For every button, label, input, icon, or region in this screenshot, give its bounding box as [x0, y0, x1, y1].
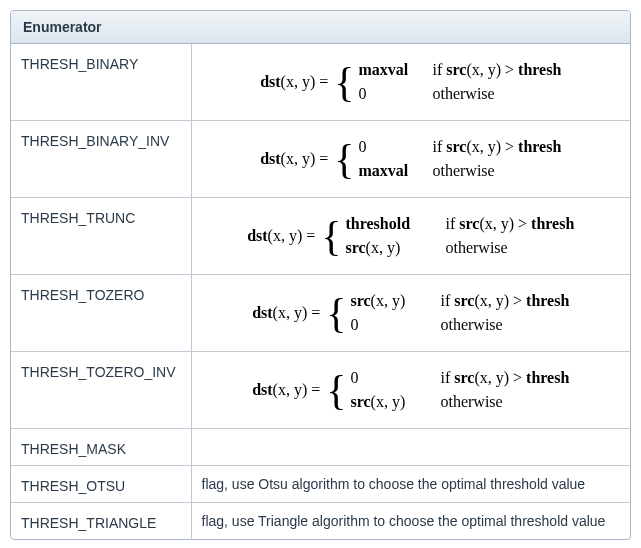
enum-description [191, 429, 630, 466]
enum-formula: dst(x, y) = { 0 if src(x, y) > thresh sr… [191, 352, 630, 429]
enum-formula: dst(x, y) = { threshold if src(x, y) > t… [191, 198, 630, 275]
enum-formula: dst(x, y) = { src(x, y) if src(x, y) > t… [191, 275, 630, 352]
table-row: THRESH_BINARY dst(x, y) = { maxval if sr… [11, 44, 630, 121]
enum-formula: dst(x, y) = { maxval if src(x, y) > thre… [191, 44, 630, 121]
table-row: THRESH_TOZERO dst(x, y) = { src(x, y) if… [11, 275, 630, 352]
enumerator-table: THRESH_BINARY dst(x, y) = { maxval if sr… [11, 44, 630, 539]
enum-name: THRESH_BINARY [11, 44, 191, 121]
enum-name: THRESH_TOZERO [11, 275, 191, 352]
enum-formula: dst(x, y) = { 0 if src(x, y) > thresh ma… [191, 121, 630, 198]
enum-name: THRESH_TRUNC [11, 198, 191, 275]
enum-name: THRESH_TOZERO_INV [11, 352, 191, 429]
enum-name: THRESH_BINARY_INV [11, 121, 191, 198]
table-row: THRESH_TRUNC dst(x, y) = { threshold if … [11, 198, 630, 275]
table-row: THRESH_TOZERO_INV dst(x, y) = { 0 if src… [11, 352, 630, 429]
enum-description: flag, use Otsu algorithm to choose the o… [191, 466, 630, 503]
enum-name: THRESH_MASK [11, 429, 191, 466]
enum-description: flag, use Triangle algorithm to choose t… [191, 503, 630, 540]
enum-name: THRESH_OTSU [11, 466, 191, 503]
panel-header: Enumerator [11, 11, 630, 44]
enum-name: THRESH_TRIANGLE [11, 503, 191, 540]
table-row: THRESH_TRIANGLE flag, use Triangle algor… [11, 503, 630, 540]
enumerator-panel: Enumerator THRESH_BINARY dst(x, y) = { m… [10, 10, 631, 540]
table-row: THRESH_OTSU flag, use Otsu algorithm to … [11, 466, 630, 503]
table-row: THRESH_MASK [11, 429, 630, 466]
table-row: THRESH_BINARY_INV dst(x, y) = { 0 if src… [11, 121, 630, 198]
